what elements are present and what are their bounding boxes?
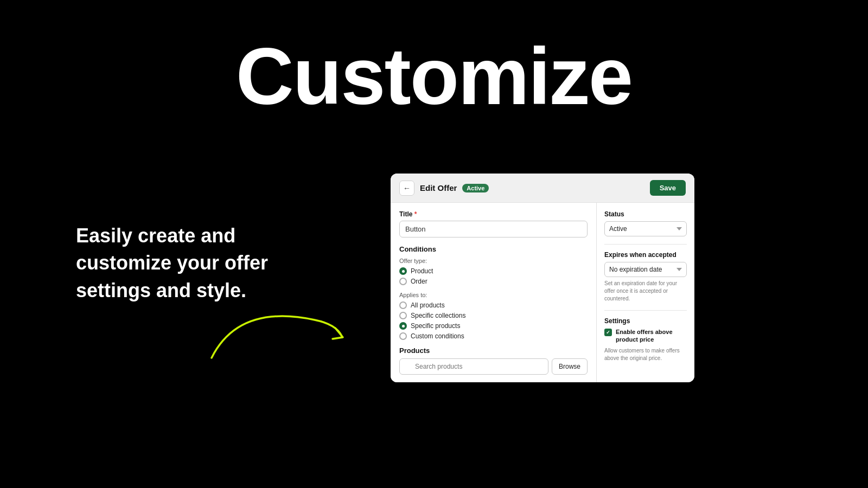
settings-section: Settings ✓ Enable offers above product p… — [604, 317, 687, 362]
expires-section: Expires when accepted No expiration date… — [604, 251, 687, 303]
settings-title: Settings — [604, 317, 687, 325]
radio-order[interactable]: Order — [399, 278, 588, 285]
conditions-section-title: Conditions — [399, 245, 588, 253]
panel-header: ← Edit Offer Active Save — [391, 174, 694, 203]
status-section: Status Active Inactive — [604, 210, 687, 236]
panel-right-column: Status Active Inactive Expires when acce… — [597, 203, 694, 382]
enable-offers-label: Enable offers above product price — [616, 328, 687, 344]
radio-all-products-indicator — [399, 301, 407, 309]
browse-button[interactable]: Browse — [552, 358, 588, 375]
radio-specific-products-indicator — [399, 322, 407, 330]
radio-all-products-label: All products — [411, 301, 445, 309]
status-select[interactable]: Active Inactive — [604, 221, 687, 236]
panel-header-left: ← Edit Offer Active — [399, 181, 489, 196]
offer-type-radio-group: Product Order — [399, 267, 588, 285]
hero-title: Customize — [0, 33, 868, 121]
products-search-row: 🔍 Browse — [399, 358, 588, 375]
applies-to-radio-group: All products Specific collections Specif… — [399, 301, 588, 340]
radio-product-indicator — [399, 267, 407, 275]
divider-2 — [604, 310, 687, 311]
search-wrap: 🔍 — [399, 358, 548, 375]
back-icon: ← — [403, 184, 411, 192]
applies-to-label: Applies to: — [399, 292, 588, 298]
radio-order-indicator — [399, 278, 407, 285]
radio-product-label: Product — [411, 267, 433, 275]
expires-select[interactable]: No expiration date — [604, 262, 687, 277]
radio-all-products[interactable]: All products — [399, 301, 588, 309]
settings-helper-text: Allow customers to make offers above the… — [604, 347, 687, 362]
required-marker: * — [412, 210, 417, 218]
save-button[interactable]: Save — [650, 180, 686, 196]
products-section-title: Products — [399, 346, 588, 355]
panel-left-column: Title * Conditions Offer type: Product O… — [391, 203, 597, 382]
checkmark-icon: ✓ — [606, 330, 610, 335]
radio-custom-conditions-indicator — [399, 332, 407, 340]
products-section: Products 🔍 Browse — [399, 346, 588, 375]
title-input[interactable] — [399, 221, 588, 237]
decorative-arrow — [195, 293, 358, 369]
radio-specific-products[interactable]: Specific products — [399, 322, 588, 330]
radio-specific-collections-label: Specific collections — [411, 312, 465, 319]
title-field-label: Title * — [399, 210, 588, 218]
status-title: Status — [604, 210, 687, 218]
radio-order-label: Order — [411, 278, 427, 285]
radio-product[interactable]: Product — [399, 267, 588, 275]
radio-specific-products-label: Specific products — [411, 322, 460, 330]
expires-title: Expires when accepted — [604, 251, 687, 259]
edit-offer-panel: ← Edit Offer Active Save Title * Conditi… — [391, 174, 694, 382]
divider-1 — [604, 244, 687, 245]
panel-title: Edit Offer — [420, 183, 457, 192]
panel-body: Title * Conditions Offer type: Product O… — [391, 203, 694, 382]
offer-type-label: Offer type: — [399, 258, 588, 264]
enable-offers-checkbox[interactable]: ✓ — [604, 329, 612, 336]
radio-custom-conditions[interactable]: Custom conditions — [399, 332, 588, 340]
enable-offers-checkbox-row[interactable]: ✓ Enable offers above product price — [604, 328, 687, 344]
back-button[interactable]: ← — [399, 181, 414, 196]
hero-description: Easily create and customize your offer s… — [76, 222, 293, 304]
expires-helper-text: Set an expiration date for your offer on… — [604, 280, 687, 303]
active-badge: Active — [462, 184, 489, 192]
radio-specific-collections[interactable]: Specific collections — [399, 312, 588, 319]
search-products-input[interactable] — [399, 358, 548, 375]
radio-specific-collections-indicator — [399, 312, 407, 319]
radio-custom-conditions-label: Custom conditions — [411, 332, 464, 340]
